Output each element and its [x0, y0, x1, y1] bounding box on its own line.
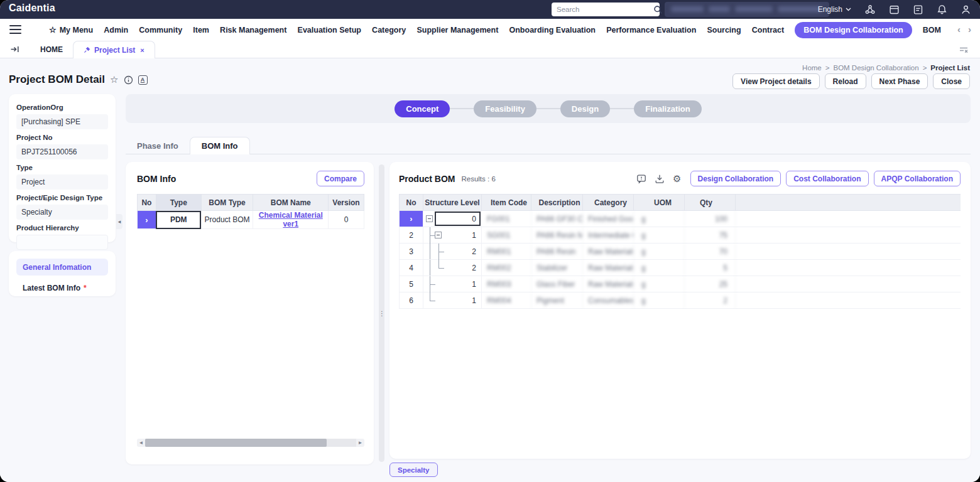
- settings-gear-icon[interactable]: ⚙: [673, 173, 681, 185]
- panel-splitter[interactable]: ⋮: [379, 164, 384, 462]
- view-project-details-button[interactable]: View Project details: [732, 73, 820, 89]
- cell-structure-level[interactable]: 2: [423, 244, 482, 259]
- column-header-type[interactable]: Type: [156, 195, 201, 211]
- phase-step-design[interactable]: Design: [560, 100, 610, 117]
- hierarchy-icon[interactable]: [864, 4, 876, 15]
- column-header-bom-name[interactable]: BOM Name: [253, 195, 329, 211]
- cell-item-code[interactable]: RM002: [482, 260, 531, 276]
- menu-scroll-right-icon[interactable]: ›: [968, 24, 971, 35]
- cell-uom[interactable]: g: [634, 260, 685, 276]
- breadcrumb-bom-design-collaboration[interactable]: BOM Design Collaboration: [833, 64, 918, 72]
- cell-uom[interactable]: g: [634, 227, 685, 243]
- column-header-category[interactable]: Category: [583, 194, 634, 211]
- column-header-qty[interactable]: Qty: [685, 194, 736, 211]
- hscroll-thumb[interactable]: [145, 439, 327, 447]
- field-value-operationorg[interactable]: [Purchasing] SPE: [16, 114, 108, 129]
- download-icon[interactable]: [655, 174, 665, 184]
- menu-item-supplier-management[interactable]: Supplier Management: [416, 26, 498, 35]
- tree-collapse-icon[interactable]: [426, 215, 433, 222]
- cell-version[interactable]: 0: [329, 211, 364, 229]
- cell-description[interactable]: Pigment: [531, 292, 583, 308]
- cell-description[interactable]: PA66 Resin: [531, 244, 583, 259]
- bell-icon[interactable]: [937, 4, 947, 15]
- language-selector[interactable]: English: [818, 5, 851, 14]
- open-tab-project-list[interactable]: Project List×: [73, 41, 155, 58]
- product-bom-row[interactable]: 32RM001PA66 ResinRaw Materialsg70: [399, 244, 961, 260]
- hamburger-menu-icon[interactable]: [9, 25, 21, 36]
- menu-scroll-left-icon[interactable]: ‹: [957, 24, 961, 35]
- cell-qty[interactable]: 100: [685, 211, 736, 227]
- row-select-cell[interactable]: 6: [399, 292, 423, 308]
- compare-button[interactable]: Compare: [317, 171, 364, 186]
- design-collaboration-button[interactable]: Design Collaboration: [690, 171, 781, 186]
- manual-icon[interactable]: A: [138, 75, 148, 85]
- column-header-structure-level[interactable]: Structure Level: [423, 194, 482, 211]
- tree-collapse-icon[interactable]: [435, 232, 442, 238]
- design-type-badge-button[interactable]: Specialty: [389, 463, 438, 477]
- column-header-uom[interactable]: UOM: [634, 194, 685, 211]
- sidebar-item-latest-bom-info[interactable]: Latest BOM Info*: [16, 279, 108, 296]
- open-tab-home[interactable]: HOME: [30, 41, 73, 58]
- cell-item-code[interactable]: FG001: [482, 211, 531, 227]
- menu-item-contract[interactable]: Contract: [752, 26, 784, 35]
- cell-structure-level[interactable]: 1: [423, 227, 482, 243]
- bom-name-link[interactable]: Chemical Material ver1: [259, 211, 323, 228]
- close-all-tabs-icon[interactable]: [959, 45, 969, 55]
- product-bom-row[interactable]: 51RM003Glass FiberRaw Materialsg25: [399, 276, 961, 292]
- apqp-collaboration-button[interactable]: APQP Collaboration: [874, 171, 961, 186]
- menu-item-sourcing[interactable]: Sourcing: [707, 26, 741, 35]
- field-value-type[interactable]: Project: [16, 174, 108, 190]
- cell-structure-level[interactable]: 1: [423, 276, 482, 292]
- menu-item-community[interactable]: Community: [139, 26, 182, 35]
- cell-item-code[interactable]: RM001: [482, 244, 531, 259]
- cell-structure-level[interactable]: 1: [423, 292, 482, 308]
- cell-bom-type[interactable]: Product BOM: [201, 211, 253, 229]
- tab-bom-info[interactable]: BOM Info: [190, 137, 250, 154]
- scroll-right-arrow-icon[interactable]: ►: [356, 440, 364, 446]
- reload-button[interactable]: Reload: [825, 73, 866, 89]
- menu-item-my-menu[interactable]: ☆My Menu: [49, 26, 93, 35]
- menu-item-bom-design-collaboration[interactable]: BOM Design Collaboration: [795, 22, 912, 38]
- cell-qty[interactable]: 70: [685, 244, 736, 259]
- cell-uom[interactable]: g: [634, 276, 685, 292]
- cell-description[interactable]: PA66 Resin Mix: [531, 227, 583, 243]
- cell-structure-level[interactable]: 0: [423, 211, 482, 227]
- product-bom-row[interactable]: 61RM004PigmentConsumablesg2: [399, 292, 961, 309]
- field-value-project-no[interactable]: BPJT251100056: [16, 144, 108, 159]
- cell-description[interactable]: PA66 GF30 Com: [531, 211, 583, 227]
- phase-step-feasibility[interactable]: Feasibility: [474, 100, 536, 117]
- scroll-left-arrow-icon[interactable]: ◄: [137, 440, 145, 446]
- sidebar-item-general-infomation[interactable]: General Infomation: [16, 259, 108, 276]
- next-phase-button[interactable]: Next Phase: [871, 73, 928, 89]
- cell-uom[interactable]: g: [634, 244, 685, 259]
- row-select-cell[interactable]: ›: [399, 211, 423, 227]
- memo-icon[interactable]: [913, 4, 923, 15]
- row-select-cell[interactable]: 4: [399, 260, 423, 276]
- cell-description[interactable]: Stabilizer: [531, 260, 583, 276]
- tab-phase-info[interactable]: Phase Info: [126, 137, 190, 154]
- cell-category[interactable]: Consumables: [583, 292, 634, 308]
- menu-item-performance-evaluation[interactable]: Performance Evaluation: [606, 26, 696, 35]
- phase-step-finalization[interactable]: Finalization: [634, 100, 702, 117]
- cell-uom[interactable]: g: [634, 211, 685, 227]
- menu-item-risk-management[interactable]: Risk Management: [220, 26, 286, 35]
- cell-structure-level[interactable]: 2: [423, 260, 482, 276]
- row-select-cell[interactable]: 2: [399, 227, 423, 243]
- cell-qty[interactable]: 5: [685, 260, 736, 276]
- info-icon[interactable]: [124, 75, 133, 85]
- cell-category[interactable]: Raw Materials: [583, 260, 634, 276]
- bom-info-hscrollbar[interactable]: ◄ ►: [137, 439, 364, 447]
- close-button[interactable]: Close: [933, 73, 970, 89]
- search-input[interactable]: [557, 6, 653, 13]
- cell-category[interactable]: Finished Goods: [583, 211, 634, 227]
- menu-item-bom[interactable]: BOM: [923, 26, 941, 35]
- cell-category[interactable]: Raw Materials: [583, 244, 634, 259]
- expand-sidebar-icon[interactable]: [10, 45, 20, 54]
- user-icon[interactable]: [961, 4, 971, 15]
- column-header-no[interactable]: No: [399, 194, 423, 211]
- product-bom-row[interactable]: ›0FG001PA66 GF30 ComFinished Goodsg100: [399, 211, 961, 227]
- search-icon[interactable]: [653, 5, 663, 14]
- cell-qty[interactable]: 75: [685, 227, 736, 243]
- column-header-version[interactable]: Version: [329, 195, 364, 211]
- column-header-description[interactable]: Description: [531, 194, 583, 211]
